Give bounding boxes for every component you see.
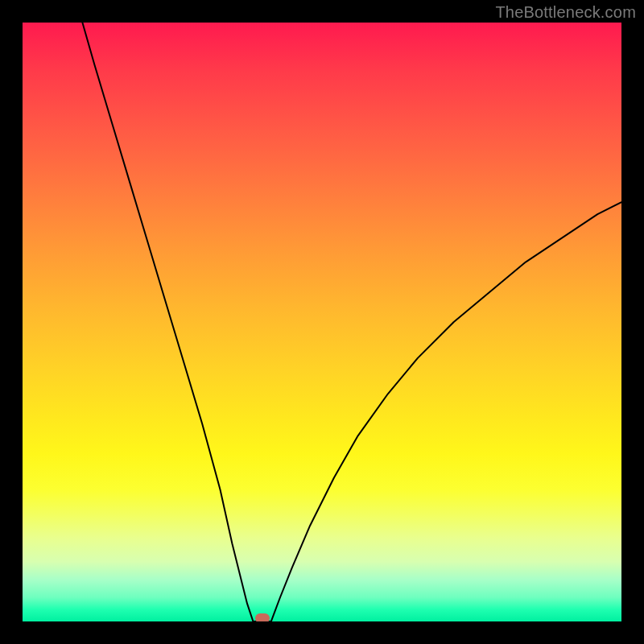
min-point-marker: [255, 613, 270, 621]
chart-frame: TheBottleneck.com: [0, 0, 644, 644]
plot-area: [23, 23, 621, 621]
bottleneck-curve: [23, 23, 621, 621]
watermark-text: TheBottleneck.com: [495, 3, 636, 22]
